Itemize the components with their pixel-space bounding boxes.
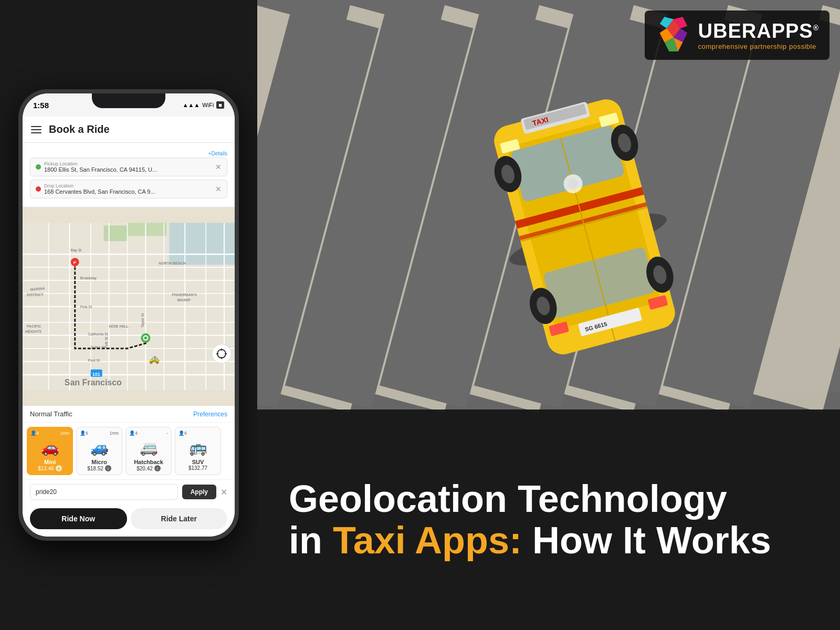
headline-line1: Geolocation Technology — [289, 478, 771, 520]
svg-text:PACIFIC: PACIFIC — [27, 324, 41, 328]
pickup-label: Pickup Location — [44, 161, 212, 166]
clear-promo-button[interactable]: ✕ — [220, 487, 227, 497]
bottom-text-area: Geolocation Technology in Taxi Apps: How… — [257, 410, 840, 630]
pickup-address: 1800 Ellis St, San Francisco, CA 94115, … — [44, 166, 212, 173]
info-icon-micro[interactable]: i — [105, 465, 111, 471]
svg-text:Polk St: Polk St — [104, 337, 108, 349]
location-inputs: +Details Pickup Location 1800 Ellis St, … — [23, 143, 235, 207]
vehicle-passengers-mini: 👤4 — [30, 430, 39, 436]
svg-point-45 — [144, 337, 147, 340]
traffic-row: Normal Traffic Preferences — [23, 406, 235, 423]
svg-text:🚕: 🚕 — [148, 353, 160, 364]
vehicle-card-micro[interactable]: 👤6 1mn 🚙 Micro $18.52 i — [76, 427, 122, 475]
ride-later-button[interactable]: Ride Later — [131, 508, 228, 529]
menu-line-2 — [31, 129, 41, 130]
bottom-panel: Normal Traffic Preferences 👤4 1mn 🚗 — [23, 406, 235, 537]
map-svg: MARINA DISTRICT PACIFIC HEIGHTS NOB HILL… — [23, 207, 235, 406]
menu-line-3 — [31, 132, 41, 133]
drop-label: Drop Location — [44, 183, 212, 188]
svg-text:San Francisco: San Francisco — [65, 378, 122, 387]
vehicle-eta-hatchback: - — [166, 430, 168, 436]
headline-part2: in — [289, 519, 333, 561]
status-icons: ▲▲▲ WiFi ■ — [183, 101, 224, 109]
svg-text:101: 101 — [92, 372, 100, 377]
pickup-clear-button[interactable]: ✕ — [215, 163, 222, 171]
phone-screen: 1:58 ▲▲▲ WiFi ■ Book a Ride — [23, 93, 235, 537]
headline-text: Geolocation Technology in Taxi Apps: How… — [289, 478, 771, 561]
vehicle-meta-suv: 👤6 — [178, 430, 217, 436]
headline-part1: Geolocation Technology — [289, 478, 727, 520]
svg-rect-3 — [128, 223, 167, 236]
svg-rect-1 — [169, 223, 235, 265]
svg-text:WHARF: WHARF — [177, 298, 191, 302]
logo-brand-text: UBERAPPS® — [698, 20, 819, 43]
apply-button[interactable]: Apply — [182, 485, 216, 499]
traffic-label: Normal Traffic — [30, 410, 72, 418]
logo-tagline-text: comprehensive partnership possible — [698, 43, 819, 50]
pickup-dot — [36, 164, 41, 170]
hamburger-menu-button[interactable] — [31, 126, 41, 133]
headline-highlight: Taxi Apps: — [333, 519, 522, 561]
promo-input[interactable] — [30, 484, 178, 500]
svg-text:Broadway: Broadway — [80, 276, 97, 280]
app-title: Book a Ride — [49, 123, 110, 135]
vehicle-img-mini: 🚗 — [30, 437, 69, 458]
svg-point-50 — [212, 344, 231, 363]
svg-text:HEIGHTS: HEIGHTS — [25, 330, 41, 333]
svg-text:Pine St: Pine St — [80, 305, 92, 309]
svg-text:Bay St: Bay St — [71, 248, 82, 253]
svg-text:Taylor St: Taylor St — [141, 313, 145, 328]
details-button[interactable]: +Details — [208, 151, 227, 156]
right-section: TAXI — [257, 0, 840, 630]
ride-now-button[interactable]: Ride Now — [30, 508, 127, 529]
drop-input-box[interactable]: Drop Location 168 Cervantes Blvd, San Fr… — [30, 180, 227, 198]
preferences-button[interactable]: Preferences — [193, 411, 227, 418]
drop-dot — [36, 186, 41, 192]
logo-icon-svg — [655, 17, 692, 54]
vehicle-passengers-hatchback: 👤4 — [129, 430, 138, 436]
vehicle-card-suv[interactable]: 👤6 🚌 SUV $132.77 — [175, 427, 221, 475]
vehicle-meta-hatchback: 👤4 - — [129, 430, 168, 436]
drop-address: 168 Cervantes Blvd, San Francisco, CA 9.… — [44, 188, 212, 195]
vehicle-name-suv: SUV — [178, 459, 217, 465]
svg-text:DISTRICT: DISTRICT — [27, 293, 44, 297]
vehicle-price-mini: $13.46 i — [30, 465, 69, 471]
logo-area: UBERAPPS® comprehensive partnership poss… — [645, 10, 830, 60]
map-area[interactable]: MARINA DISTRICT PACIFIC HEIGHTS NOB HILL… — [23, 207, 235, 406]
wifi-icon: WiFi — [202, 102, 214, 108]
pickup-input-box[interactable]: Pickup Location 1800 Ellis St, San Franc… — [30, 158, 227, 176]
app-header: Book a Ride — [23, 117, 235, 143]
phone-notch — [92, 93, 165, 108]
battery-icon: ■ — [216, 101, 224, 109]
vehicle-options: 👤4 1mn 🚗 Mini $13.46 i — [23, 423, 235, 479]
promo-row: Apply ✕ — [23, 479, 235, 504]
vehicle-eta-micro: 1mn — [109, 430, 119, 436]
svg-text:Post St: Post St — [88, 359, 100, 362]
svg-text:NOB HILL: NOB HILL — [109, 324, 129, 329]
vehicle-img-hatchback: 🚐 — [129, 437, 168, 458]
vehicle-img-micro: 🚙 — [80, 437, 119, 458]
svg-text:FISHERMAN'S: FISHERMAN'S — [172, 293, 197, 297]
vehicle-card-mini[interactable]: 👤4 1mn 🚗 Mini $13.46 i — [27, 427, 73, 475]
main-container: 1:58 ▲▲▲ WiFi ■ Book a Ride — [0, 0, 840, 630]
vehicle-card-hatchback[interactable]: 👤4 - 🚐 Hatchback $20.42 i — [125, 427, 172, 475]
vehicle-name-micro: Micro — [80, 459, 119, 465]
vehicle-name-mini: Mini — [30, 459, 69, 465]
drop-clear-button[interactable]: ✕ — [215, 185, 222, 193]
svg-text:NORTH BEACH: NORTH BEACH — [159, 261, 186, 265]
vehicle-eta-mini: 1mn — [60, 430, 69, 436]
vehicle-price-hatchback: $20.42 i — [129, 465, 168, 471]
vehicle-name-hatchback: Hatchback — [129, 459, 168, 465]
signal-icon: ▲▲▲ — [183, 102, 200, 108]
info-icon-mini[interactable]: i — [56, 465, 62, 471]
headline-line2: in Taxi Apps: How It Works — [289, 520, 771, 561]
vehicle-passengers-suv: 👤6 — [178, 430, 187, 436]
vehicle-price-micro: $18.52 i — [80, 465, 119, 471]
svg-text:California St: California St — [88, 332, 108, 336]
action-buttons: Ride Now Ride Later — [23, 504, 235, 537]
status-time: 1:58 — [33, 101, 49, 110]
info-icon-hatchback[interactable]: i — [154, 465, 161, 471]
svg-text:P: P — [74, 260, 77, 265]
phone-mockup: 1:58 ▲▲▲ WiFi ■ Book a Ride — [18, 89, 239, 541]
vehicle-meta-mini: 👤4 1mn — [30, 430, 69, 436]
